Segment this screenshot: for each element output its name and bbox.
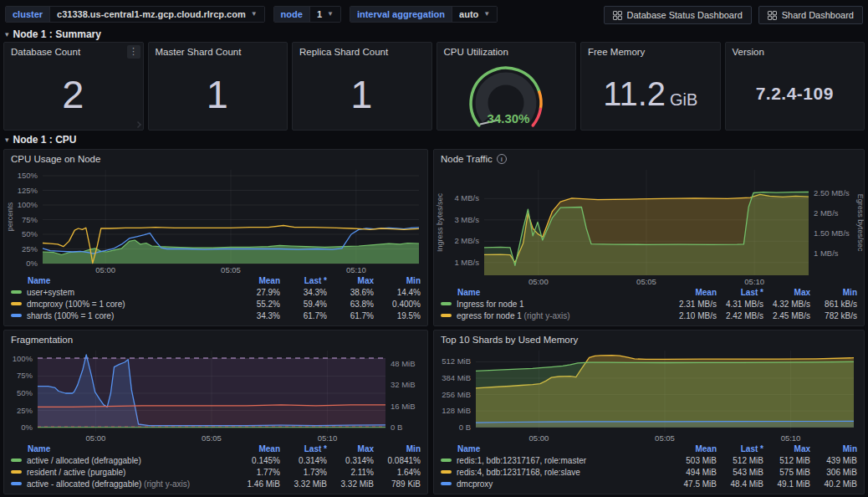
panel-title[interactable]: CPU Utilization xyxy=(444,47,508,57)
legend-series-toggle[interactable]: active - allocated (defraggable) (right … xyxy=(11,479,233,489)
panel-title[interactable]: Top 10 Shards by Used Memory xyxy=(441,335,578,345)
svg-text:50%: 50% xyxy=(22,229,38,238)
legend-stat-value: 512 MiB xyxy=(717,456,763,465)
legend-stat-value: 61.7% xyxy=(327,311,374,320)
legend-series-toggle[interactable]: active / allocated (defraggable) xyxy=(11,456,233,465)
legend-series-toggle[interactable]: egress for node 1 (right y-axis) xyxy=(441,311,670,320)
svg-text:16 MiB: 16 MiB xyxy=(391,402,416,411)
legend-header-col[interactable]: Min xyxy=(374,276,421,285)
svg-text:1 MB/s: 1 MB/s xyxy=(814,248,839,258)
legend-series-toggle[interactable]: dmcproxy (100% = 1 core) xyxy=(11,300,233,309)
chevron-down-icon: ▼ xyxy=(483,11,490,18)
legend-series-name: resident / active (purgable) xyxy=(27,468,125,477)
legend-header-col[interactable]: Max xyxy=(763,444,810,453)
legend-series-toggle[interactable]: user+system xyxy=(11,288,233,297)
chart-panel-node-traffic: Node Traffici1 MB/s2 MB/s3 MB/s4 MB/s1 M… xyxy=(433,149,865,326)
legend-header-name[interactable]: Name xyxy=(441,444,670,453)
svg-text:128 MiB: 128 MiB xyxy=(442,406,471,415)
stat-panel-replica-shard-count: Replica Shard Count1 xyxy=(292,42,432,131)
row-header-summary[interactable]: ▾ Node 1 : Summary xyxy=(5,28,868,40)
panel-title[interactable]: Node Traffic xyxy=(441,154,493,164)
legend-stat-value: 59.4% xyxy=(280,300,327,309)
stat-panel-cpu-utilization: CPU Utilization34.30% xyxy=(437,42,577,131)
legend-header-name[interactable]: Name xyxy=(11,276,233,285)
svg-text:3 MB/s: 3 MB/s xyxy=(454,215,479,224)
legend-header: NameMeanLast *MaxMin xyxy=(441,286,857,298)
legend-stat-value: 543 MiB xyxy=(717,468,763,477)
info-icon[interactable]: i xyxy=(497,154,507,164)
legend-series-toggle[interactable]: shards (100% = 1 core) xyxy=(11,311,233,320)
svg-text:05:05: 05:05 xyxy=(202,433,222,443)
legend-stat-value: 2.42 MB/s xyxy=(717,311,763,320)
legend-header-col[interactable]: Last * xyxy=(280,276,327,285)
legend-stat-value: 2.11% xyxy=(327,468,374,477)
legend-series-toggle[interactable]: redis:1, bdb:12317167, role:master xyxy=(441,456,670,465)
row-title: Node 1 : CPU xyxy=(13,134,77,146)
variable-label: node xyxy=(274,7,309,22)
legend-header-col[interactable]: Mean xyxy=(233,444,280,453)
legend-header-col[interactable]: Min xyxy=(810,444,857,453)
panel-title[interactable]: Fragmentation xyxy=(11,335,73,345)
svg-text:25%: 25% xyxy=(17,406,33,415)
legend-header-col[interactable]: Last * xyxy=(280,444,327,453)
top-shards-chart[interactable]: 0 B128 MiB256 MiB384 MiB512 MiB05:0005:0… xyxy=(434,346,864,443)
cpu-usage-chart[interactable]: 0%25%50%75%100%125%150%05:0005:0505:10pe… xyxy=(4,165,427,274)
stat-unit: GiB xyxy=(670,90,697,110)
panel-title[interactable]: CPU Usage on Node xyxy=(11,154,100,164)
svg-text:1.50 MB/s: 1.50 MB/s xyxy=(814,228,850,238)
variable-label: cluster xyxy=(6,7,49,22)
legend-header-col[interactable]: Max xyxy=(327,444,374,453)
legend-header-name[interactable]: Name xyxy=(11,444,233,453)
row-header-cpu[interactable]: ▾ Node 1 : CPU xyxy=(5,133,868,146)
variable-value-dropdown[interactable]: auto▼ xyxy=(452,7,497,22)
gauge-value: 34.30% xyxy=(488,111,530,126)
chevron-down-icon: ▼ xyxy=(327,11,334,18)
legend-header-col[interactable]: Min xyxy=(810,288,857,297)
legend-header-col[interactable]: Max xyxy=(327,276,374,285)
legend-stat-value: 1.46 MiB xyxy=(233,479,280,489)
variable-value-dropdown[interactable]: 1▼ xyxy=(309,7,340,22)
legend-series-toggle[interactable]: resident / active (purgable) xyxy=(11,468,233,477)
svg-text:150%: 150% xyxy=(18,171,38,180)
legend-row: Ingress for node 12.31 MB/s4.31 MB/s4.32… xyxy=(441,298,857,310)
svg-text:05:10: 05:10 xyxy=(346,265,366,274)
svg-text:05:05: 05:05 xyxy=(655,433,675,443)
legend-series-toggle[interactable]: redis:4, bdb:12317168, role:slave xyxy=(441,468,670,477)
series-color-swatch xyxy=(441,302,452,305)
legend-stat-value: 306 MiB xyxy=(810,468,857,477)
chart-panel-cpu-usage: CPU Usage on Node0%25%50%75%100%125%150%… xyxy=(3,149,428,326)
variable-value-dropdown[interactable]: c31338.us-central1-mz.gcp.cloud.rlrcp.co… xyxy=(49,7,264,22)
panel-title[interactable]: Master Shard Count xyxy=(156,47,242,57)
panel-title[interactable]: Free Memory xyxy=(588,47,645,57)
legend-header-name[interactable]: Name xyxy=(441,288,670,297)
panel-title[interactable]: Replica Shard Count xyxy=(299,47,388,57)
legend-header-col[interactable]: Max xyxy=(763,288,810,297)
node-traffic-chart[interactable]: 1 MB/s2 MB/s3 MB/s4 MB/s1 MB/s1.50 MB/s2… xyxy=(434,165,864,286)
legend-header-col[interactable]: Last * xyxy=(717,444,763,453)
svg-text:2 MB/s: 2 MB/s xyxy=(814,208,839,218)
chevron-down-icon: ▾ xyxy=(5,136,9,144)
legend-header-col[interactable]: Mean xyxy=(670,444,717,453)
legend-header-col[interactable]: Mean xyxy=(233,276,280,285)
chart-panel-top-shards: Top 10 Shards by Used Memory0 B128 MiB25… xyxy=(433,330,865,494)
stat-value: 7.2.4-109 xyxy=(756,84,834,104)
svg-text:32 MiB: 32 MiB xyxy=(391,380,416,389)
svg-text:48 MiB: 48 MiB xyxy=(391,359,416,368)
legend-series-toggle[interactable]: dmcproxy xyxy=(441,479,670,489)
legend-series-toggle[interactable]: Ingress for node 1 xyxy=(441,300,670,309)
legend-header-col[interactable]: Mean xyxy=(670,288,717,297)
legend-stat-value: 1.77% xyxy=(233,468,280,477)
legend-header-col[interactable]: Last * xyxy=(717,288,763,297)
legend-stat-value: 48.4 MiB xyxy=(717,479,763,489)
svg-text:50%: 50% xyxy=(17,388,33,397)
dashboard-link-button[interactable]: Database Status Dashboard xyxy=(604,6,752,24)
legend-header-col[interactable]: Min xyxy=(374,444,421,453)
panel-menu-icon[interactable]: ⋮ xyxy=(127,45,140,59)
legend-series-name: user+system xyxy=(27,288,74,297)
series-color-swatch xyxy=(441,459,452,462)
panel-title[interactable]: Version xyxy=(733,47,764,57)
panel-title[interactable]: Database Count xyxy=(11,47,80,57)
legend-stat-value: 55.2% xyxy=(233,300,280,309)
fragmentation-chart[interactable]: 0%25%50%75%100%0 B16 MiB32 MiB48 MiB05:0… xyxy=(4,346,427,443)
dashboard-link-button[interactable]: Shard Dashboard xyxy=(758,6,863,24)
